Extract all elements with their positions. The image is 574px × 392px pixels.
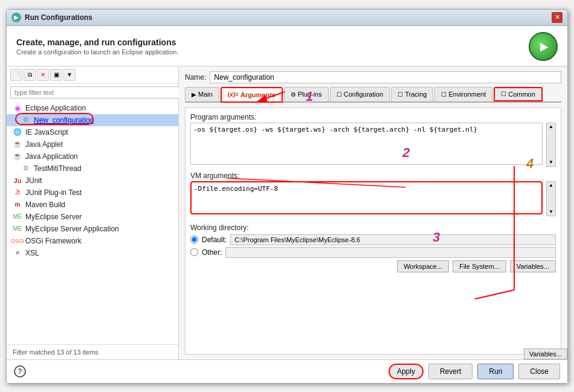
close-button[interactable]: ✕ [552, 12, 563, 23]
tab-tracing[interactable]: ☐ Tracing [391, 87, 433, 101]
tab-environment-label: Environment [448, 91, 486, 98]
myeclipse-server-app-icon: ME [13, 224, 22, 234]
help-button[interactable]: ? [14, 365, 26, 378]
tab-plugins-label: Plug-ins [298, 91, 322, 98]
config-icon: ⚙ [21, 115, 31, 125]
tab-plugins[interactable]: ⚙ Plug-ins [284, 87, 329, 101]
header-title: Create, manage, and run configurations [16, 37, 178, 47]
sidebar-item-myeclipse-server-app[interactable]: ME MyEclipse Server Application [7, 223, 178, 235]
arguments-tab-icon: (x)= [228, 91, 239, 98]
program-args-area: ▲ ▼ [190, 123, 556, 167]
sidebar-item-junit-plugin[interactable]: Jt JUnit Plug-in Test [7, 187, 178, 199]
sidebar-item-label: IE JavaScript [25, 128, 68, 137]
tab-arguments[interactable]: (x)= Arguments [221, 87, 283, 103]
sidebar-item-ie-js[interactable]: 🌐 IE JavaScript [7, 126, 178, 138]
sidebar-item-java-applet[interactable]: ☕ Java Applet [7, 138, 178, 150]
sidebar-item-xsl[interactable]: ✕ XSL [7, 247, 178, 259]
name-row: Name: [185, 71, 561, 83]
sidebar-item-label: JUnit Plug-in Test [25, 188, 82, 197]
tab-configuration[interactable]: ☐ Configuration [330, 87, 390, 101]
window-icon: ▶ [11, 13, 21, 22]
bottom-right: Apply Revert Run Close [389, 364, 560, 379]
close-button-bottom[interactable]: Close [518, 364, 560, 379]
vm-args-input[interactable] [190, 181, 543, 214]
junit-icon: Ju [13, 176, 22, 185]
vm-scroll-up[interactable]: ▲ [547, 182, 555, 189]
run-button-header[interactable] [529, 32, 558, 61]
delete-config-btn[interactable]: ✕ [37, 69, 49, 81]
copy-config-btn[interactable]: ⧉ [24, 69, 36, 81]
filter-input[interactable] [10, 86, 182, 98]
tracing-tab-icon: ☐ [398, 91, 403, 98]
name-input[interactable] [210, 71, 561, 83]
tab-environment[interactable]: ☐ Environment [434, 87, 492, 101]
new-config-btn[interactable]: 📄 [10, 69, 22, 81]
more-btn[interactable]: ▼ [63, 69, 76, 81]
dir-variables-btn[interactable]: Variables... [510, 260, 556, 272]
default-radio[interactable] [190, 236, 198, 243]
sidebar-item-junit[interactable]: Ju JUnit [7, 175, 178, 187]
vm-args-area: ▲ ▼ [190, 181, 556, 216]
test-icon: ⚙ [21, 164, 31, 173]
xsl-icon: ✕ [13, 248, 22, 258]
default-path-input[interactable] [230, 234, 556, 245]
right-panel: Name: ▶ Main (x)= Arguments ⚙ Plug-ins [179, 66, 567, 359]
eclipse-icon: ◉ [13, 103, 22, 113]
scroll-down[interactable]: ▼ [547, 159, 555, 166]
java-app-icon: ☕ [13, 152, 22, 161]
sidebar-item-osgi[interactable]: OSGi OSGi Framework [7, 235, 178, 247]
sidebar-item-label: Java Applet [25, 140, 63, 149]
tab-arguments-label: Arguments [240, 91, 276, 98]
revert-button[interactable]: Revert [428, 364, 472, 379]
titlebar-left: ▶ Run Configurations [11, 13, 92, 22]
header: Create, manage, and run configurations C… [7, 26, 567, 66]
titlebar: ▶ Run Configurations ✕ [7, 10, 567, 26]
java-applet-icon: ☕ [13, 140, 22, 149]
sidebar-item-java-app[interactable]: ☕ Java Application [7, 150, 178, 162]
filter-btn[interactable]: ▣ [50, 69, 62, 81]
sidebar-item-eclipse-app[interactable]: ◉ Eclipse Application [7, 102, 178, 114]
apply-button[interactable]: Apply [389, 364, 424, 379]
run-button[interactable]: Run [477, 364, 514, 379]
sidebar-item-label: New_configuration [34, 116, 94, 124]
vm-args-wrapper [190, 181, 543, 216]
sidebar-item-label: Eclipse Application [25, 104, 86, 112]
other-radio-label: Other: [202, 248, 222, 257]
sidebar-item-test-miti[interactable]: ⚙ TestMitiThread [7, 162, 178, 175]
other-radio[interactable] [190, 248, 198, 256]
workspace-btn[interactable]: Workspace... [397, 260, 449, 272]
sidebar-item-label: OSGi Framework [25, 237, 82, 245]
sidebar-item-label: MyEclipse Server [25, 213, 82, 221]
sidebar-item-label: XSL [25, 249, 39, 257]
osgi-icon: OSGi [13, 236, 22, 246]
sidebar-item-label: MyEclipse Server Application [25, 225, 119, 233]
program-args-label: Program arguments: [190, 113, 556, 121]
program-args-scrollbar[interactable]: ▲ ▼ [546, 123, 556, 167]
vm-args-scrollbar[interactable]: ▲ ▼ [546, 181, 556, 216]
scroll-up[interactable]: ▲ [547, 123, 555, 130]
sidebar-item-label: Maven Build [25, 201, 65, 209]
program-args-wrapper [190, 123, 543, 167]
other-path-input[interactable] [225, 247, 556, 258]
sidebar-item-new-config[interactable]: ⚙ New_configuration [7, 114, 178, 126]
maven-icon: m [13, 200, 22, 210]
environment-tab-icon: ☐ [441, 91, 447, 98]
program-args-input[interactable] [190, 123, 543, 165]
filesystem-btn[interactable]: File System... [453, 260, 506, 272]
default-radio-label: Default: [202, 236, 227, 244]
tree-list: ◉ Eclipse Application ⚙ New_configuratio… [7, 101, 178, 344]
working-dir-label: Working directory: [190, 223, 556, 232]
common-tab-icon: ☐ [501, 91, 506, 97]
configuration-tab-icon: ☐ [337, 91, 342, 98]
vm-args-section: VM arguments: ▲ ▼ Variables... [190, 172, 556, 217]
vm-scroll-down[interactable]: ▼ [547, 208, 555, 216]
tab-main[interactable]: ▶ Main [185, 87, 219, 101]
sidebar-item-label: TestMitiThread [34, 164, 82, 173]
main-tab-icon: ▶ [192, 91, 196, 98]
sidebar-item-maven[interactable]: m Maven Build [7, 199, 178, 211]
vm-args-variables-btn[interactable]: Variables... [524, 349, 567, 359]
sidebar-item-myeclipse-server[interactable]: ME MyEclipse Server [7, 211, 178, 223]
header-subtitle: Create a configuration to launch an Ecli… [16, 48, 178, 56]
vm-args-label: VM arguments: [190, 172, 556, 180]
tab-common[interactable]: ☐ Common [494, 87, 543, 101]
